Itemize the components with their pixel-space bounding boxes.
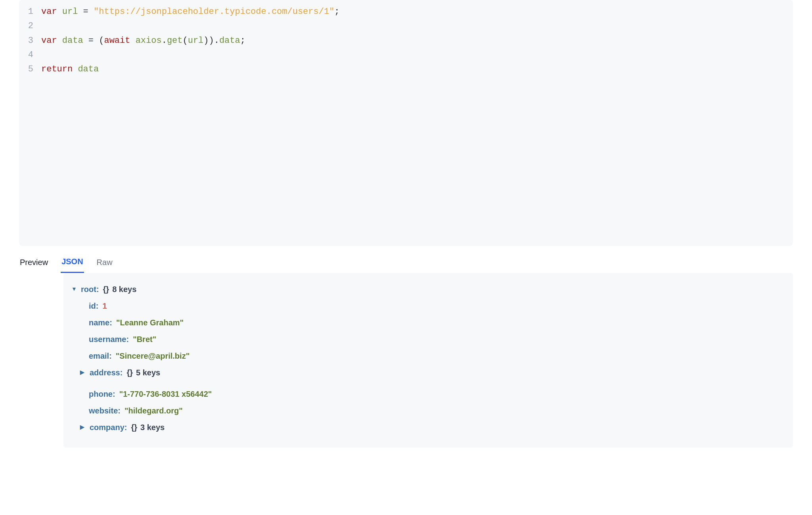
line-content[interactable]: var data = (await axios.get(url)).data; <box>41 34 793 48</box>
code-line[interactable]: 5return data <box>19 62 793 77</box>
json-value: "1-770-736-8031 x56442" <box>119 386 212 402</box>
tab-raw[interactable]: Raw <box>96 255 113 273</box>
tab-preview[interactable]: Preview <box>19 255 49 273</box>
line-content[interactable]: var url = "https://jsonplaceholder.typic… <box>41 5 793 19</box>
json-key: company <box>90 419 124 436</box>
json-field-phone: phone: "1-770-736-8031 x56442" <box>71 386 785 402</box>
json-value: "Sincere@april.biz" <box>116 348 190 364</box>
json-key: email <box>89 348 109 364</box>
line-content[interactable]: return data <box>41 62 793 77</box>
line-number: 3 <box>19 34 41 48</box>
json-field-email: email: "Sincere@april.biz" <box>71 348 785 364</box>
code-line[interactable]: 3var data = (await axios.get(url)).data; <box>19 34 793 48</box>
json-field-name: name: "Leanne Graham" <box>71 314 785 331</box>
json-value: "Leanne Graham" <box>116 314 184 331</box>
collapse-icon[interactable]: ▼ <box>71 283 79 295</box>
code-line[interactable]: 4 <box>19 48 793 62</box>
code-editor[interactable]: 1var url = "https://jsonplaceholder.typi… <box>19 0 793 246</box>
json-viewer: ▼ root: {} 8 keys id: 1 name: "Leanne Gr… <box>63 273 793 448</box>
json-value: "hildegard.org" <box>124 402 183 419</box>
json-key: address <box>90 364 120 381</box>
line-number: 2 <box>19 19 41 33</box>
braces-icon: {} <box>126 364 133 381</box>
json-field-username: username: "Bret" <box>71 331 785 348</box>
json-field-website: website: "hildegard.org" <box>71 402 785 419</box>
braces-icon: {} <box>103 281 109 298</box>
json-root[interactable]: ▼ root: {} 8 keys <box>71 281 785 298</box>
json-field-address[interactable]: ▶ address: {} 5 keys <box>71 364 785 381</box>
expand-icon[interactable]: ▶ <box>80 367 87 378</box>
json-value: 1 <box>102 298 107 314</box>
result-tabs: Preview JSON Raw <box>0 246 812 273</box>
code-line[interactable]: 1var url = "https://jsonplaceholder.typi… <box>19 5 793 19</box>
json-meta-root: 8 keys <box>112 281 136 298</box>
json-meta: 5 keys <box>136 364 160 381</box>
json-meta: 3 keys <box>140 419 165 436</box>
line-content[interactable] <box>41 19 793 33</box>
code-line[interactable]: 2 <box>19 19 793 33</box>
braces-icon: {} <box>131 419 137 436</box>
expand-icon[interactable]: ▶ <box>80 421 87 433</box>
tab-json[interactable]: JSON <box>61 254 84 273</box>
line-content[interactable] <box>41 48 793 62</box>
json-field-company[interactable]: ▶ company: {} 3 keys <box>71 419 785 436</box>
json-key: website <box>89 402 118 419</box>
line-number: 4 <box>19 48 41 62</box>
line-number: 5 <box>19 62 41 77</box>
json-field-id: id: 1 <box>71 298 785 314</box>
json-value: "Bret" <box>133 331 156 348</box>
json-key: id <box>89 298 96 314</box>
json-key: name <box>89 314 109 331</box>
json-key: phone <box>89 386 113 402</box>
line-number: 1 <box>19 5 41 19</box>
json-key-root: root <box>81 281 96 298</box>
json-key: username <box>89 331 126 348</box>
